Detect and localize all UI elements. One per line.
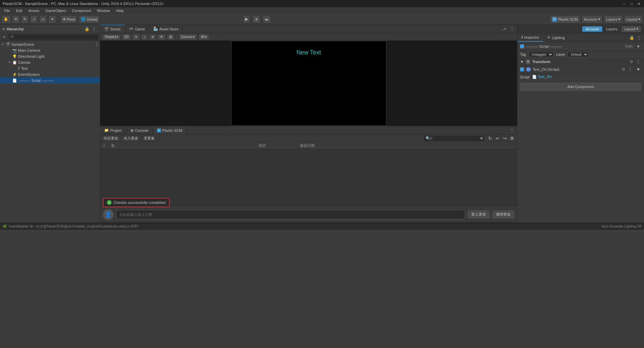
scm-comment-input[interactable]: [116, 210, 465, 219]
hide-button[interactable]: 👁: [158, 34, 166, 40]
pending-changes-btn[interactable]: 待定更改: [102, 136, 120, 141]
menu-assets[interactable]: Assets: [26, 8, 42, 13]
hierarchy-search-input[interactable]: [9, 34, 99, 40]
tab-plasticscm[interactable]: P Plastic SCM: [153, 126, 187, 134]
transform-tool-rect[interactable]: ▭: [39, 15, 47, 23]
inspector-lock-button[interactable]: 🔒: [629, 35, 635, 41]
tag-select[interactable]: Untagged: [529, 52, 553, 57]
tag-label: Tag: [520, 52, 526, 56]
changesets-btn[interactable]: 变更集: [142, 136, 156, 141]
transform-tool-rotate[interactable]: ↻: [21, 15, 29, 23]
effects-button[interactable]: ✦: [149, 34, 156, 40]
pivot-button[interactable]: ⊕ Pivot: [60, 15, 77, 23]
transform-options-button[interactable]: ⚙: [630, 59, 633, 64]
account-tab[interactable]: Account: [582, 26, 602, 32]
menu-help[interactable]: Help: [113, 8, 126, 13]
pause-button[interactable]: ⏸: [252, 15, 261, 23]
close-button[interactable]: ✕: [637, 1, 641, 6]
menu-edit[interactable]: Edit: [13, 8, 25, 13]
script-options-button[interactable]: ⚙: [622, 67, 625, 72]
hierarchy-item-script[interactable]: 📄 ---------- Script ----------: [0, 77, 100, 83]
shading-dropdown[interactable]: Shaded ▾: [102, 34, 121, 40]
hierarchy-add-button[interactable]: +: [1, 34, 7, 40]
menu-component[interactable]: Component: [69, 8, 94, 13]
menu-file[interactable]: File: [1, 8, 13, 13]
menu-window[interactable]: Window: [94, 8, 113, 13]
tab-project[interactable]: 📁 Project: [100, 126, 126, 134]
scm-reload-btns: ↻ ↩ ↪ ⚙: [487, 135, 515, 141]
minimize-button[interactable]: ─: [622, 1, 627, 6]
transform-tool-move[interactable]: ✛: [12, 15, 20, 23]
scene-fullscreen-button[interactable]: ⤢: [502, 26, 508, 32]
hierarchy-item-samplescene[interactable]: ▼ 🎬 SampleScene ⋮: [0, 41, 100, 47]
hierarchy-item-text[interactable]: T Text: [0, 65, 100, 71]
inspector-tab-inspector[interactable]: ℹ Inspector: [517, 33, 543, 42]
scene-icon: 🎬: [6, 42, 10, 47]
hierarchy-item-label: Text: [21, 66, 28, 70]
hierarchy-toolbar: +: [0, 33, 100, 41]
account-button[interactable]: Account ▾: [582, 15, 603, 23]
grid-button[interactable]: ⊞: [167, 34, 174, 40]
layout-dropdown-btn[interactable]: Layout ▾: [621, 26, 641, 32]
inspector-tab-lighting[interactable]: ☀ Lighting: [543, 33, 569, 42]
cancel-checkin-button[interactable]: 撤销更改: [492, 211, 514, 219]
layers-button[interactable]: Layers ▾: [604, 15, 623, 23]
transform-component-header[interactable]: ▼ T Transform ⚙ ⋮: [517, 58, 644, 65]
scm-clear-search[interactable]: ✕: [478, 135, 484, 141]
inspector-column: Account Layers Layout ▾ ℹ Inspector ☀ Li…: [517, 25, 644, 223]
hierarchy-item-maincamera[interactable]: 📷 Main Camera: [0, 47, 100, 53]
layer-label: Layer: [556, 52, 566, 56]
object-enabled-checkbox[interactable]: ✓: [520, 44, 524, 48]
hierarchy-item-eventsystem[interactable]: ⚡ EventSystem: [0, 71, 100, 77]
layers-tab[interactable]: Layers: [603, 26, 621, 32]
gizmos-dropdown[interactable]: Gizmos ▾: [179, 34, 197, 40]
maximize-button[interactable]: □: [629, 1, 634, 6]
scm-undo-button[interactable]: ↩: [494, 135, 500, 141]
global-button[interactable]: 🌐 Global: [78, 15, 100, 23]
canvas-icon: 📋: [12, 60, 17, 65]
hierarchy-menu-button[interactable]: ⋮: [91, 26, 97, 32]
tab-scene[interactable]: 🎬 Scene: [100, 25, 125, 33]
tab-game[interactable]: 🎮 Game: [125, 25, 149, 33]
center-column: 🎬 Scene 🎮 Game 🏪 Asset Store ⤢ ⋮ Shaded …: [100, 25, 517, 223]
bottom-panel-options[interactable]: ⋮: [509, 127, 515, 133]
2d-button[interactable]: 2D: [122, 34, 131, 40]
layout-arrow-icon: ▾: [636, 27, 638, 31]
transform-tool-scale[interactable]: ⤢: [30, 15, 38, 23]
scm-redo-button[interactable]: ↪: [502, 135, 508, 141]
layout-button[interactable]: Layout ▾: [624, 15, 643, 23]
hierarchy-lock-button[interactable]: 🔒: [84, 26, 90, 32]
transform-tool-combined[interactable]: ✦: [48, 15, 56, 23]
scm-refresh-button[interactable]: ↻: [487, 135, 493, 141]
script-collapse-button[interactable]: ▼: [635, 66, 641, 72]
menu-gameobject[interactable]: GameObject: [43, 8, 69, 13]
audio-button[interactable]: ♪: [141, 34, 148, 40]
all-dropdown[interactable]: All ▾: [198, 34, 209, 40]
scene-options-button[interactable]: ⋮: [509, 26, 515, 32]
play-button[interactable]: ▶: [243, 15, 250, 23]
transform-tool-hand[interactable]: ✋: [1, 15, 11, 23]
script-more-button[interactable]: ⋮: [627, 66, 633, 72]
scm-search-input[interactable]: [424, 136, 484, 141]
hierarchy-item-directionallight[interactable]: 💡 Directional Light: [0, 53, 100, 59]
console-tab-icon: 🖥: [130, 128, 134, 132]
scene-menu-icon[interactable]: ⋮: [94, 41, 100, 47]
plastic-scm-button[interactable]: P Plastic SCM: [550, 15, 580, 23]
scm-settings-button[interactable]: ⚙: [509, 135, 515, 141]
inspector-menu-button[interactable]: ⋮: [636, 35, 642, 41]
transform-more-button[interactable]: ⋮: [635, 59, 641, 65]
add-component-button[interactable]: Add Component: [520, 83, 641, 91]
static-label: Static: [625, 44, 633, 48]
incoming-changes-btn[interactable]: 传入更改: [122, 136, 140, 141]
step-button[interactable]: ⏭: [263, 15, 271, 23]
checkin-button[interactable]: 签入更改: [468, 211, 490, 219]
layer-select[interactable]: Default: [568, 52, 589, 57]
col-item: 项: [111, 143, 257, 148]
lighting-button[interactable]: ☀: [132, 34, 140, 40]
tab-assetstore[interactable]: 🏪 Asset Store: [149, 25, 183, 33]
status-lighting-info: Auto Generate Lighting Off: [602, 225, 641, 228]
tab-console[interactable]: 🖥 Console: [126, 126, 153, 134]
hierarchy-item-canvas[interactable]: ▼ 📋 Canvas: [0, 59, 100, 65]
static-dropdown[interactable]: ▾: [635, 43, 641, 49]
script-enabled-checkbox[interactable]: ✓: [520, 67, 524, 71]
